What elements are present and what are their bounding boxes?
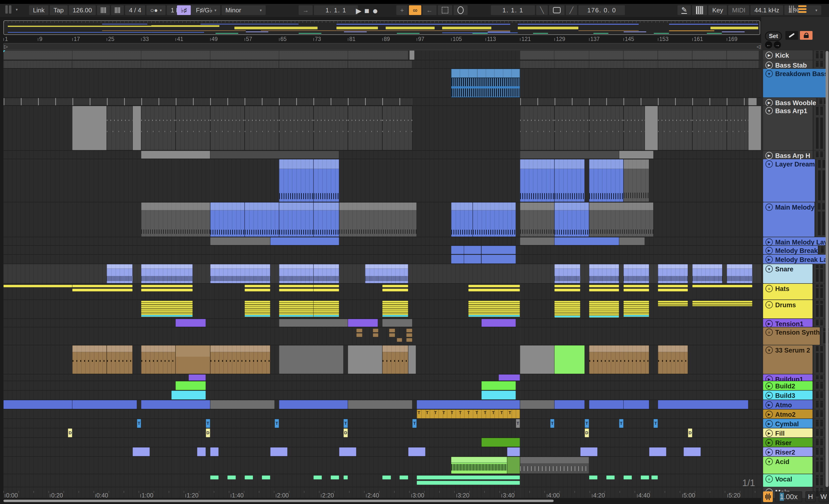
- horizontal-scrollbar[interactable]: [3, 500, 554, 502]
- scale-name-menu[interactable]: Minor▾: [222, 5, 266, 15]
- track-row-hats[interactable]: [3, 284, 761, 300]
- clip-acid[interactable]: [520, 457, 589, 474]
- clip-bass-stab[interactable]: [210, 60, 279, 68]
- clip-kick[interactable]: [279, 50, 348, 60]
- clip-main-melody-lay[interactable]: [619, 237, 645, 245]
- clip-vocal[interactable]: [331, 475, 339, 479]
- group-icon[interactable]: ≡: [765, 301, 773, 308]
- clip-melody-break-la[interactable]: [464, 255, 481, 264]
- track-row-buildup1[interactable]: [3, 374, 761, 381]
- clip-hats[interactable]: [623, 288, 649, 292]
- clip-bass-arp1[interactable]: [72, 106, 107, 150]
- clip-vocal[interactable]: [589, 475, 598, 479]
- track-header-vocal[interactable]: ≡Vocal: [763, 474, 827, 487]
- clip-build2[interactable]: [481, 381, 516, 390]
- track-header-fill[interactable]: ▶Fill: [763, 428, 827, 437]
- clip-fill[interactable]: D: [344, 428, 348, 437]
- clip-bass-stab[interactable]: [727, 60, 759, 68]
- track-row-acid[interactable]: [3, 457, 761, 474]
- capture-midi-button[interactable]: [454, 5, 468, 15]
- track-header-cymbal[interactable]: ▶Cymbal: [763, 419, 827, 428]
- clip-tension1[interactable]: [176, 319, 206, 327]
- track-name-box[interactable]: ▶Buildup1: [763, 374, 813, 381]
- clip-cymbal[interactable]: T: [275, 419, 279, 428]
- clip-kick[interactable]: [141, 50, 210, 60]
- lock-button[interactable]: [800, 31, 813, 40]
- clip-kick[interactable]: [520, 50, 554, 60]
- track-name-box[interactable]: ▼Layer Dream: [763, 159, 815, 202]
- loop-button[interactable]: [549, 5, 565, 15]
- clip-build3[interactable]: [171, 391, 206, 399]
- stop-button[interactable]: ■: [364, 6, 369, 15]
- clip-main-melody[interactable]: [473, 202, 516, 237]
- clip-vocal[interactable]: [641, 475, 649, 479]
- play-icon[interactable]: ▶: [765, 247, 773, 254]
- clip-bass-stab[interactable]: [72, 60, 141, 68]
- beat-time-ruler[interactable]: 1917253341495765738189971051131211291371…: [3, 35, 761, 43]
- arrangement-overview[interactable]: [3, 21, 760, 35]
- track-header-main-melody[interactable]: ▼Main Melody: [763, 202, 827, 237]
- clip-33-serum-2[interactable]: [107, 345, 133, 374]
- clip-bass-arp-h[interactable]: [141, 151, 210, 159]
- clip-bass-stab[interactable]: [658, 60, 692, 68]
- scale-toggle-button[interactable]: ♭♯: [177, 5, 191, 15]
- clip-bass-arp1[interactable]: [727, 106, 748, 150]
- clip-33-serum-2[interactable]: [554, 345, 584, 374]
- tap-button[interactable]: Tap: [50, 5, 68, 15]
- re-enable-automation-button[interactable]: ←: [423, 5, 437, 15]
- clip-cymbal[interactable]: T: [550, 419, 554, 428]
- clip-hats[interactable]: [279, 288, 314, 292]
- arrangement-area[interactable]: T T T T T T T T T T T T T T T T T T T T …: [3, 50, 761, 492]
- midi-arrangement-overdub-button[interactable]: ∞: [409, 5, 421, 15]
- clip-layer-dream[interactable]: [314, 159, 339, 202]
- clip-buildup1[interactable]: [499, 374, 520, 381]
- nudge-down-button[interactable]: [97, 5, 110, 15]
- clip-hats[interactable]: [468, 285, 520, 287]
- clip-tension-synth[interactable]: [406, 328, 412, 333]
- clip-drums[interactable]: [589, 301, 619, 318]
- arrangement-position-field[interactable]: 1. 1. 1: [314, 5, 358, 15]
- play-icon[interactable]: ▶: [765, 401, 773, 409]
- punch-out-button[interactable]: ╱: [566, 5, 577, 15]
- clip-vocal[interactable]: [417, 481, 520, 485]
- clip-bass-arp1[interactable]: [554, 106, 589, 150]
- loop-length-field[interactable]: 176. 0. 0: [578, 5, 625, 15]
- track-header-bass-arp-h[interactable]: ▶Bass Arp H: [763, 151, 827, 159]
- track-name-box[interactable]: ▶Atmo2: [763, 410, 813, 419]
- clip-hats[interactable]: [589, 285, 619, 287]
- clip-bass-arp1[interactable]: [382, 106, 412, 150]
- clip-hats[interactable]: [692, 285, 753, 287]
- track-header-buildup1[interactable]: ▶Buildup1: [763, 374, 827, 381]
- clip-vocal[interactable]: [314, 475, 322, 479]
- clip-bass-stab[interactable]: [589, 60, 623, 68]
- clip-bass-stab[interactable]: [3, 60, 72, 68]
- track-name-box[interactable]: ▶Melody Break: [763, 246, 818, 254]
- clip-bass-arp1[interactable]: [658, 106, 692, 150]
- clip-main-melody[interactable]: [245, 202, 279, 237]
- clip-bass-arp1[interactable]: [645, 106, 658, 150]
- track-header-drums[interactable]: ≡Drums: [763, 300, 827, 318]
- clip-vocal[interactable]: [417, 475, 520, 479]
- clip-33-serum-2[interactable]: [176, 345, 210, 374]
- clip-atmo[interactable]: [3, 400, 72, 409]
- zoom-width-button[interactable]: W: [819, 492, 829, 502]
- clip-tension1[interactable]: [382, 319, 412, 327]
- clip-main-melody[interactable]: [339, 202, 417, 237]
- clip-bass-stab[interactable]: [692, 60, 727, 68]
- clip-riser2[interactable]: [270, 447, 287, 456]
- zoom-amount-field[interactable]: 1.00x: [775, 492, 802, 502]
- clip-main-melody[interactable]: [554, 202, 589, 237]
- clip-kick[interactable]: [210, 50, 279, 60]
- clip-melody-break[interactable]: [451, 246, 464, 254]
- clip-melody-break[interactable]: [481, 246, 516, 254]
- clip-33-serum-2[interactable]: [72, 345, 107, 374]
- clip-riser2[interactable]: [339, 447, 356, 456]
- track-header-kick[interactable]: ▶Kick: [763, 50, 827, 60]
- clip-bass-stab[interactable]: [623, 60, 658, 68]
- clip-atmo[interactable]: [589, 400, 623, 409]
- clip-tension-synth[interactable]: [373, 333, 379, 337]
- clip-bass-stab[interactable]: [279, 60, 348, 68]
- track-header-hats[interactable]: ≡Hats: [763, 284, 827, 300]
- clip-bass-stab[interactable]: [520, 60, 554, 68]
- track-row-build3[interactable]: [3, 391, 761, 399]
